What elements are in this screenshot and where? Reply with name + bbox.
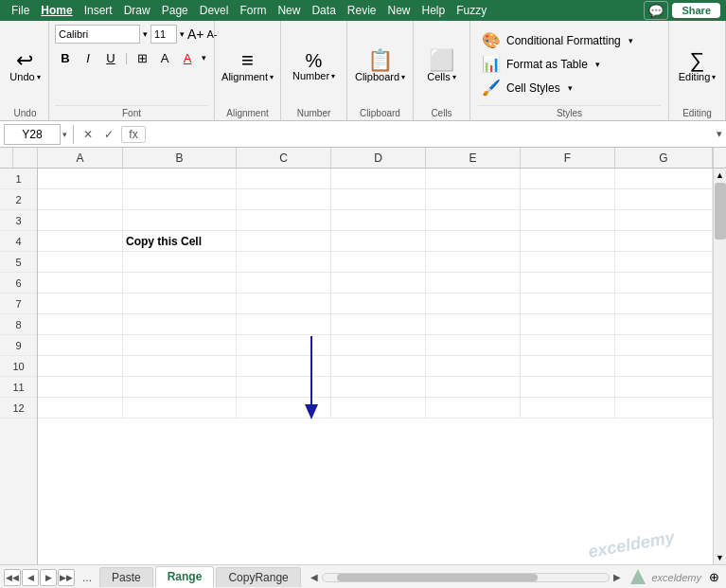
page-menu[interactable]: Page [156,4,194,17]
row-num-11[interactable]: 11 [0,377,37,398]
cell-A8[interactable] [38,314,123,334]
cell-B3[interactable] [123,210,237,230]
cell-G10[interactable] [615,356,713,376]
cell-C12[interactable] [237,398,331,418]
new2-menu[interactable]: New [382,4,416,17]
cell-C10[interactable] [237,356,331,376]
cell-E9[interactable] [426,335,521,355]
cell-B5[interactable] [123,252,237,272]
sheet-tab-copyrange[interactable]: CopyRange [216,567,300,587]
cell-F2[interactable] [521,189,615,209]
cell-G1[interactable] [615,169,713,188]
cell-C9[interactable] [237,335,331,355]
format-as-table-button[interactable]: 📊 Format as Table ▾ [478,53,661,75]
h-scroll-right[interactable]: ▶ [610,570,625,585]
clipboard-button[interactable]: 📋 Clipboard ▾ [351,47,409,85]
cell-D4[interactable] [331,231,426,251]
cell-E11[interactable] [426,377,521,397]
name-box[interactable] [4,124,61,145]
cell-E7[interactable] [426,294,521,313]
cell-D9[interactable] [331,335,426,355]
cell-B4[interactable]: Copy this Cell [123,231,237,251]
col-header-D[interactable]: D [331,148,426,168]
cell-D1[interactable] [331,169,426,188]
cell-G6[interactable] [615,273,713,293]
font-name-arrow[interactable]: ▾ [143,29,148,39]
conditional-formatting-button[interactable]: 🎨 Conditional Formatting ▾ [478,29,661,51]
bold-button[interactable]: B [55,47,76,68]
cell-D6[interactable] [331,273,426,293]
increase-font-btn[interactable]: A+ [187,27,204,42]
cell-F4[interactable] [521,231,615,251]
cell-G4[interactable] [615,231,713,251]
sheet-nav-dots[interactable]: ... [79,571,96,584]
cell-D3[interactable] [331,210,426,230]
h-scroll-thumb[interactable] [337,574,538,581]
formula-confirm-btn[interactable]: ✓ [100,126,117,143]
formula-cancel-btn[interactable]: ✕ [80,126,97,143]
cell-B8[interactable] [123,314,237,334]
cell-A10[interactable] [38,356,123,376]
cell-A9[interactable] [38,335,123,355]
cell-A3[interactable] [38,210,123,230]
cell-D10[interactable] [331,356,426,376]
row-num-6[interactable]: 6 [0,273,37,294]
col-header-F[interactable]: F [521,148,615,168]
cell-F6[interactable] [521,273,615,293]
formula-input[interactable] [150,128,713,141]
row-num-3[interactable]: 3 [0,210,37,231]
cell-C3[interactable] [237,210,331,230]
data-menu[interactable]: Data [306,4,341,17]
cell-E1[interactable] [426,169,521,188]
cell-E10[interactable] [426,356,521,376]
fuzzy-menu[interactable]: Fuzzy [451,4,492,17]
cell-G11[interactable] [615,377,713,397]
cells-button[interactable]: ⬜ Cells ▾ [423,47,459,85]
cell-B10[interactable] [123,356,237,376]
sheet-tab-paste[interactable]: Paste [99,567,153,587]
row-num-9[interactable]: 9 [0,335,37,356]
row-num-12[interactable]: 12 [0,398,37,419]
col-header-G[interactable]: G [615,148,713,168]
h-scroll-left[interactable]: ◀ [307,570,322,585]
border-button[interactable]: ⊞ [132,47,152,68]
cell-E5[interactable] [426,252,521,272]
col-header-A[interactable]: A [38,148,123,168]
cell-styles-button[interactable]: 🖌️ Cell Styles ▾ [478,77,661,98]
font-name-input[interactable] [55,25,140,44]
cell-D11[interactable] [331,377,426,397]
cell-C11[interactable] [237,377,331,397]
cell-F12[interactable] [521,398,615,418]
col-header-C[interactable]: C [237,148,331,168]
cell-E3[interactable] [426,210,521,230]
name-box-dropdown[interactable]: ▾ [62,130,67,139]
share-button[interactable]: Share [672,3,720,18]
draw-menu[interactable]: Draw [118,4,156,17]
row-num-2[interactable]: 2 [0,189,37,210]
comment-button[interactable]: 💬 [644,1,668,20]
cell-B2[interactable] [123,189,237,209]
sheet-nav-next-next[interactable]: ▶▶ [58,569,75,586]
col-header-B[interactable]: B [123,148,237,168]
cell-A7[interactable] [38,294,123,313]
sheet-nav-prev[interactable]: ◀ [22,569,39,586]
cell-F9[interactable] [521,335,615,355]
cell-C4[interactable] [237,231,331,251]
scroll-up-btn[interactable]: ▲ [714,169,727,182]
cell-G8[interactable] [615,314,713,334]
insert-function-btn[interactable]: fx [121,126,146,143]
cell-B6[interactable] [123,273,237,293]
cell-G12[interactable] [615,398,713,418]
sheet-nav-next[interactable]: ▶ [40,569,57,586]
cell-E8[interactable] [426,314,521,334]
sheet-nav-prev-prev[interactable]: ◀◀ [4,569,21,586]
devel-menu[interactable]: Devel [194,4,235,17]
row-num-1[interactable]: 1 [0,169,37,189]
cell-C7[interactable] [237,294,331,313]
cell-F10[interactable] [521,356,615,376]
review-menu[interactable]: Revie [342,4,382,17]
undo-button[interactable]: ↩ Undo ▾ [6,47,44,85]
cell-D2[interactable] [331,189,426,209]
formula-expand-btn[interactable]: ▾ [717,128,722,140]
cell-F11[interactable] [521,377,615,397]
